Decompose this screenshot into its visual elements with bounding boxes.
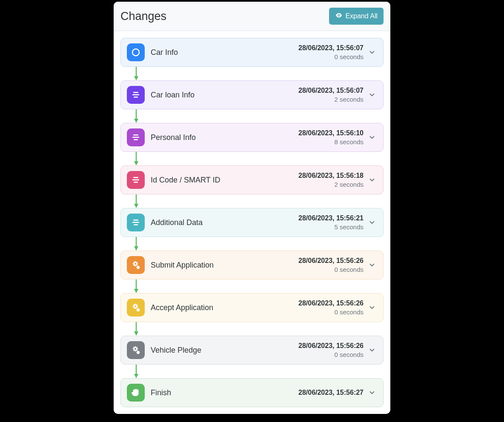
step-label: Submit Application: [145, 261, 298, 270]
expand-all-button[interactable]: Expand All: [329, 8, 384, 25]
step-duration: 8 seconds: [298, 138, 364, 146]
step-meta: 28/06/2023, 15:56:072 seconds: [298, 86, 364, 104]
step-timestamp: 28/06/2023, 15:56:26: [298, 256, 364, 265]
connector-arrow: [120, 194, 384, 208]
connector-arrow: [120, 152, 384, 165]
circle-icon: [127, 43, 145, 61]
step-timestamp: 28/06/2023, 15:56:07: [298, 86, 364, 95]
svg-marker-19: [134, 331, 138, 336]
svg-marker-9: [134, 119, 138, 123]
panel-title: Changes: [120, 10, 166, 23]
step-row[interactable]: Vehicle Pledge28/06/2023, 15:56:260 seco…: [120, 336, 384, 365]
step-row[interactable]: Car loan Info28/06/2023, 15:56:072 secon…: [120, 80, 384, 109]
step-meta: 28/06/2023, 15:56:215 seconds: [298, 214, 364, 231]
form-icon: [127, 86, 145, 104]
chevron-down-icon: [364, 134, 377, 141]
step-meta: 28/06/2023, 15:56:260 seconds: [298, 299, 364, 316]
gears-icon: [127, 299, 145, 316]
step-meta: 28/06/2023, 15:56:27: [298, 388, 364, 397]
step-timestamp: 28/06/2023, 15:56:27: [298, 388, 364, 397]
chevron-down-icon: [364, 261, 377, 269]
form-icon: [127, 171, 145, 189]
step-row[interactable]: Finish28/06/2023, 15:56:27: [120, 378, 384, 407]
form-icon: [127, 214, 145, 231]
step-row[interactable]: Id Code / SMART ID28/06/2023, 15:56:182 …: [120, 165, 384, 194]
step-meta: 28/06/2023, 15:56:260 seconds: [298, 341, 364, 359]
step-row[interactable]: Personal Info28/06/2023, 15:56:108 secon…: [120, 123, 384, 152]
step-label: Personal Info: [145, 133, 298, 142]
svg-marker-15: [134, 246, 138, 251]
panel-header: Changes Expand All: [114, 2, 390, 31]
step-label: Accept Application: [145, 303, 298, 312]
step-row[interactable]: Accept Application28/06/2023, 15:56:260 …: [120, 293, 384, 322]
step-duration: 0 seconds: [298, 351, 364, 359]
hand-icon: [127, 384, 145, 402]
svg-marker-21: [134, 374, 138, 378]
chevron-down-icon: [364, 176, 377, 184]
connector-arrow: [120, 67, 384, 80]
step-row[interactable]: Car Info28/06/2023, 15:56:070 seconds: [120, 38, 384, 67]
chevron-down-icon: [364, 389, 377, 396]
step-duration: 2 seconds: [298, 180, 364, 189]
connector-arrow: [120, 109, 384, 123]
step-timestamp: 28/06/2023, 15:56:26: [298, 299, 364, 308]
step-timestamp: 28/06/2023, 15:56:07: [298, 43, 364, 53]
chevron-down-icon: [364, 91, 377, 99]
step-duration: 5 seconds: [298, 223, 364, 231]
step-label: Id Code / SMART ID: [145, 176, 298, 185]
chevron-down-icon: [364, 346, 377, 354]
form-icon: [127, 128, 145, 146]
connector-arrow: [120, 322, 384, 336]
changes-panel: Changes Expand All Car Info28/06/2023, 1…: [114, 2, 390, 414]
gears-icon: [127, 341, 145, 359]
expand-all-label: Expand All: [345, 12, 378, 20]
chevron-down-icon: [364, 48, 377, 56]
step-timestamp: 28/06/2023, 15:56:10: [298, 128, 364, 138]
step-timestamp: 28/06/2023, 15:56:18: [298, 171, 364, 180]
step-duration: 0 seconds: [298, 308, 364, 316]
gears-icon: [127, 256, 145, 274]
step-label: Car loan Info: [145, 91, 298, 100]
svg-marker-7: [134, 76, 138, 80]
step-meta: 28/06/2023, 15:56:108 seconds: [298, 128, 364, 146]
svg-marker-11: [134, 161, 138, 165]
connector-arrow: [120, 237, 384, 251]
step-meta: 28/06/2023, 15:56:070 seconds: [298, 43, 364, 61]
svg-marker-17: [134, 289, 138, 293]
step-row[interactable]: Submit Application28/06/2023, 15:56:260 …: [120, 251, 384, 279]
steps-container: Car Info28/06/2023, 15:56:070 secondsCar…: [114, 31, 390, 414]
step-label: Additional Data: [145, 218, 298, 227]
step-timestamp: 28/06/2023, 15:56:26: [298, 341, 364, 351]
step-meta: 28/06/2023, 15:56:182 seconds: [298, 171, 364, 189]
step-row[interactable]: Additional Data28/06/2023, 15:56:215 sec…: [120, 208, 384, 237]
step-duration: 0 seconds: [298, 53, 364, 61]
step-duration: 2 seconds: [298, 95, 364, 104]
eye-icon: [335, 11, 343, 21]
step-label: Car Info: [145, 48, 298, 57]
step-timestamp: 28/06/2023, 15:56:21: [298, 214, 364, 223]
connector-arrow: [120, 365, 384, 378]
svg-marker-13: [134, 204, 138, 208]
step-label: Finish: [145, 388, 298, 397]
step-duration: 0 seconds: [298, 265, 364, 274]
step-meta: 28/06/2023, 15:56:260 seconds: [298, 256, 364, 274]
chevron-down-icon: [364, 304, 377, 311]
connector-arrow: [120, 279, 384, 293]
step-label: Vehicle Pledge: [145, 346, 298, 355]
chevron-down-icon: [364, 219, 377, 226]
